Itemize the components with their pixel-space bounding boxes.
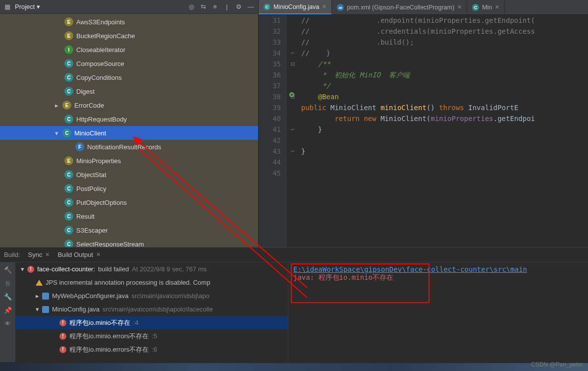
project-panel: ▦ Project ▾ ◎ ⇆ ≡ | ⚙ — EAwsS3EndpointsE…	[0, 0, 259, 247]
tree-item-label: S3Escaper	[76, 227, 108, 234]
tree-item-CloseableIterator[interactable]: ICloseableIterator	[0, 43, 258, 57]
type-icon: I	[64, 45, 73, 54]
tree-item-S3Escaper[interactable]: CS3Escaper	[0, 223, 258, 237]
tree-item-label: BucketRegionCache	[76, 32, 135, 40]
eye-icon[interactable]: 👁	[4, 320, 11, 327]
tree-item-label: ObjectStat	[76, 171, 107, 179]
tree-item-AwsS3Endpoints[interactable]: EAwsS3Endpoints	[0, 15, 258, 29]
type-icon: C	[64, 198, 73, 207]
tree-item-label: AwsS3Endpoints	[76, 18, 125, 26]
pin-icon[interactable]: 📌	[4, 307, 12, 314]
tree-item-ErrorCode[interactable]: ▸EErrorCode	[0, 98, 258, 112]
wrench-icon[interactable]: 🔧	[4, 293, 12, 301]
build-tree-row[interactable]: ▸MyWebAppConfigurer.java src\main\java\c…	[16, 289, 288, 303]
tree-item-label: Result	[76, 213, 95, 220]
tree-item-label: CopyConditions	[76, 74, 122, 81]
tree-item-MinioProperties[interactable]: EMinioProperties	[0, 154, 258, 168]
tree-item-label: ComposeSource	[76, 60, 124, 67]
type-icon: C	[64, 115, 73, 124]
tree-item-label: NotificationResultRecords	[87, 143, 161, 151]
tab-icon: C	[264, 3, 270, 10]
close-icon[interactable]: ✕	[457, 4, 462, 10]
chevron-down-icon[interactable]: ▾	[21, 265, 24, 273]
editor-body[interactable]: 313233343536373839404142434445 ⌐⊟⊟⌐⌐ // …	[259, 15, 588, 247]
type-icon: E	[64, 17, 73, 26]
chevron-down-icon[interactable]: ▾	[53, 130, 59, 136]
editor-tab[interactable]: Mpom.xml (Gipson-FaceCollectProgram)✕	[332, 0, 467, 14]
editor-tabs: CMinioConfig.java✕Mpom.xml (Gipson-FaceC…	[259, 0, 588, 15]
type-icon: C	[62, 128, 71, 137]
gear-icon[interactable]: ⚙	[234, 2, 243, 11]
tree-item-SelectResponseStream[interactable]: CSelectResponseStream	[0, 237, 258, 247]
file-icon	[42, 293, 49, 300]
build-tree-row[interactable]: ▾MinioConfig.java src\main\java\com\dsbj…	[16, 303, 288, 316]
bean-gutter-icon[interactable]	[288, 91, 295, 98]
close-icon[interactable]: ✕	[96, 251, 101, 258]
tree-item-MinioClient[interactable]: ▾CMinioClient	[0, 126, 258, 140]
project-icon: ▦	[3, 2, 12, 11]
close-icon[interactable]: ✕	[322, 3, 326, 10]
error-icon: !	[59, 319, 66, 326]
tree-item-ComposeSource[interactable]: CComposeSource	[0, 57, 258, 70]
collapse-icon[interactable]: ≡	[211, 2, 219, 11]
filter-icon[interactable]: ⎘	[6, 280, 10, 287]
tree-item-Digest[interactable]: CDigest	[0, 84, 258, 98]
bottom-decoration	[0, 363, 588, 371]
project-title[interactable]: Project ▾	[15, 3, 40, 10]
build-tab-sync[interactable]: Sync ✕	[28, 251, 50, 258]
tree-item-NotificationResultRecords[interactable]: FNotificationResultRecords	[0, 140, 258, 154]
tree-item-label: PostPolicy	[76, 185, 107, 192]
tree-item-label: MinioClient	[74, 129, 106, 137]
tree-item-ObjectStat[interactable]: CObjectStat	[0, 168, 258, 182]
tree-item-HttpRequestBody[interactable]: CHttpRequestBody	[0, 112, 258, 126]
close-icon[interactable]: ✕	[495, 4, 499, 10]
build-tree-row[interactable]: !程序包io.minio.errors不存在 :5	[16, 329, 288, 343]
expand-icon[interactable]: ⇆	[199, 2, 208, 11]
tab-icon: M	[337, 4, 344, 11]
build-tree-row[interactable]: ▾!face-collect-counter: build failed At …	[16, 262, 288, 276]
build-tree-row[interactable]: JPS incremental annotation processing is…	[16, 276, 288, 289]
editor-panel: CMinioConfig.java✕Mpom.xml (Gipson-FaceC…	[259, 0, 588, 247]
project-tree[interactable]: EAwsS3EndpointsEBucketRegionCacheIClosea…	[0, 14, 258, 247]
hammer-icon[interactable]: 🔨	[4, 266, 12, 274]
tree-item-PostPolicy[interactable]: CPostPolicy	[0, 182, 258, 195]
build-tree[interactable]: ▾!face-collect-counter: build failed At …	[16, 262, 288, 362]
type-icon: C	[64, 212, 73, 221]
tree-item-Result[interactable]: CResult	[0, 209, 258, 223]
file-icon	[42, 306, 49, 313]
tree-item-PutObjectOptions[interactable]: CPutObjectOptions	[0, 195, 258, 209]
type-icon: C	[64, 240, 73, 247]
target-icon[interactable]: ◎	[187, 2, 196, 11]
close-icon[interactable]: ✕	[45, 251, 50, 258]
tree-item-BucketRegionCache[interactable]: EBucketRegionCache	[0, 29, 258, 43]
build-side-toolbar: 🔨 ⎘ 🔧 📌 👁	[0, 262, 16, 362]
build-label: Build:	[4, 251, 20, 258]
error-icon: !	[59, 333, 66, 340]
build-tab-output[interactable]: Build Output ✕	[57, 251, 101, 258]
chevron-right-icon[interactable]: ▸	[36, 292, 39, 300]
tree-item-label: PutObjectOptions	[76, 199, 127, 206]
error-icon: !	[27, 266, 34, 273]
hide-icon[interactable]: —	[246, 2, 255, 11]
type-icon: C	[64, 73, 73, 82]
chevron-down-icon[interactable]: ▾	[36, 306, 39, 313]
build-tree-row[interactable]: !程序包io.minio不存在 :4	[16, 316, 288, 329]
tree-item-label: Digest	[76, 88, 95, 95]
type-icon: E	[64, 31, 73, 40]
editor-tab[interactable]: CMinioConfig.java✕	[259, 0, 332, 14]
tab-icon: C	[472, 4, 479, 11]
divider: |	[222, 2, 231, 11]
type-icon: C	[64, 87, 73, 96]
build-message-pane[interactable]: E:\ideaWorkSpace\gipsonDev\face-collect-…	[288, 262, 588, 362]
tab-label: MinioConfig.java	[273, 3, 319, 10]
tree-item-CopyConditions[interactable]: CCopyConditions	[0, 70, 258, 84]
error-icon: !	[59, 346, 66, 353]
code-area[interactable]: // .endpoint(minioProperties.getEndpoint…	[299, 15, 588, 247]
type-icon: C	[64, 59, 73, 68]
type-icon: C	[64, 184, 73, 193]
editor-tab[interactable]: CMin✕	[467, 0, 505, 14]
type-icon: E	[64, 156, 73, 165]
chevron-right-icon[interactable]: ▸	[53, 102, 59, 108]
build-tree-row[interactable]: !程序包io.minio.errors不存在 :6	[16, 343, 288, 356]
tab-label: pom.xml (Gipson-FaceCollectProgram)	[347, 4, 454, 11]
